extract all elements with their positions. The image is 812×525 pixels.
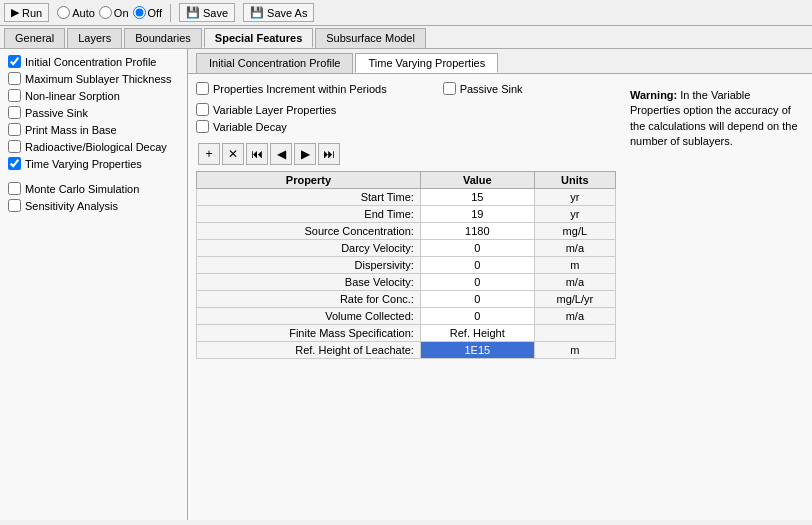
add-icon: + [205, 147, 212, 161]
auto-radio-label[interactable]: Auto [57, 6, 95, 19]
next-button[interactable]: ▶ [294, 143, 316, 165]
sidebar-label-time-varying: Time Varying Properties [25, 158, 142, 170]
table-row[interactable]: Start Time:15yr [197, 189, 616, 206]
checkbox-variable-decay[interactable] [196, 120, 209, 133]
save-label: Save [203, 7, 228, 19]
table-row[interactable]: Rate for Conc.:0mg/L/yr [197, 291, 616, 308]
col-units: Units [534, 172, 615, 189]
save-as-button[interactable]: 💾 Save As [243, 3, 314, 22]
sidebar-checkbox-max-sublayer[interactable] [8, 72, 21, 85]
table-row[interactable]: Ref. Height of Leachate:1E15m [197, 342, 616, 359]
label-variable-layer: Variable Layer Properties [213, 104, 336, 116]
mode-radio-group: Auto On Off [57, 6, 162, 19]
on-radio-label[interactable]: On [99, 6, 129, 19]
sidebar-checkbox-radioactive[interactable] [8, 140, 21, 153]
table-cell-unit: m/a [534, 308, 615, 325]
sidebar-checkbox-passive-sink[interactable] [8, 106, 21, 119]
check-variable-layer[interactable]: Variable Layer Properties [196, 103, 616, 116]
sidebar-label-print-mass: Print Mass in Base [25, 124, 117, 136]
table-cell-property: Rate for Conc.: [197, 291, 421, 308]
off-radio[interactable] [133, 6, 146, 19]
table-cell-value[interactable]: 0 [420, 257, 534, 274]
sidebar-item-passive-sink[interactable]: Passive Sink [0, 104, 187, 121]
tab-general[interactable]: General [4, 28, 65, 48]
table-cell-unit: mg/L [534, 223, 615, 240]
table-cell-value[interactable]: 0 [420, 308, 534, 325]
table-cell-unit: m/a [534, 274, 615, 291]
prev-icon: ◀ [277, 147, 286, 161]
last-icon: ⏭ [323, 147, 335, 161]
table-row[interactable]: Source Concentration:1180mg/L [197, 223, 616, 240]
remove-button[interactable]: ✕ [222, 143, 244, 165]
table-cell-value[interactable]: 19 [420, 206, 534, 223]
tab-layers[interactable]: Layers [67, 28, 122, 48]
check-variable-decay[interactable]: Variable Decay [196, 120, 616, 133]
checkbox-properties-increment[interactable] [196, 82, 209, 95]
table-row[interactable]: End Time:19yr [197, 206, 616, 223]
remove-icon: ✕ [228, 147, 238, 161]
tab-boundaries[interactable]: Boundaries [124, 28, 202, 48]
table-cell-property: Dispersivity: [197, 257, 421, 274]
tab-special-features[interactable]: Special Features [204, 28, 313, 48]
sidebar-checkbox-print-mass[interactable] [8, 123, 21, 136]
checkbox-passive-sink-right[interactable] [443, 82, 456, 95]
data-table: Property Value Units Start Time:15yrEnd … [196, 171, 616, 359]
sidebar-label-passive-sink: Passive Sink [25, 107, 88, 119]
table-cell-unit: m/a [534, 240, 615, 257]
checkbox-variable-layer[interactable] [196, 103, 209, 116]
sidebar-label-nonlinear: Non-linear Sorption [25, 90, 120, 102]
sidebar-item-initial-conc[interactable]: Initial Concentration Profile [0, 53, 187, 70]
sidebar-checkbox-initial-conc[interactable] [8, 55, 21, 68]
sidebar-item-nonlinear[interactable]: Non-linear Sorption [0, 87, 187, 104]
sidebar-item-print-mass[interactable]: Print Mass in Base [0, 121, 187, 138]
table-row[interactable]: Dispersivity:0m [197, 257, 616, 274]
add-button[interactable]: + [198, 143, 220, 165]
table-cell-property: Start Time: [197, 189, 421, 206]
table-row[interactable]: Darcy Velocity:0m/a [197, 240, 616, 257]
table-cell-value[interactable]: 15 [420, 189, 534, 206]
table-row[interactable]: Base Velocity:0m/a [197, 274, 616, 291]
table-cell-unit: m [534, 342, 615, 359]
run-button[interactable]: ▶ Run [4, 3, 49, 22]
table-cell-value[interactable]: 1E15 [420, 342, 534, 359]
col-property: Property [197, 172, 421, 189]
check-properties-increment[interactable]: Properties Increment within Periods [196, 82, 387, 95]
last-button[interactable]: ⏭ [318, 143, 340, 165]
sidebar-item-monte-carlo[interactable]: Monte Carlo Simulation [0, 180, 187, 197]
sidebar-checkbox-monte-carlo[interactable] [8, 182, 21, 195]
warning-prefix: Warning: [630, 89, 677, 101]
sidebar-item-sensitivity[interactable]: Sensitivity Analysis [0, 197, 187, 214]
table-cell-property: Volume Collected: [197, 308, 421, 325]
save-button[interactable]: 💾 Save [179, 3, 235, 22]
sub-tab-time-varying[interactable]: Time Varying Properties [355, 53, 498, 73]
sidebar-checkbox-nonlinear[interactable] [8, 89, 21, 102]
sidebar-checkbox-sensitivity[interactable] [8, 199, 21, 212]
table-cell-value[interactable]: 0 [420, 240, 534, 257]
sidebar-item-max-sublayer[interactable]: Maximum Sublayer Thickness [0, 70, 187, 87]
col-value: Value [420, 172, 534, 189]
table-cell-value[interactable]: 0 [420, 274, 534, 291]
sub-tab-initial-conc[interactable]: Initial Concentration Profile [196, 53, 353, 73]
table-cell-value[interactable]: 0 [420, 291, 534, 308]
first-button[interactable]: ⏮ [246, 143, 268, 165]
sidebar-label-monte-carlo: Monte Carlo Simulation [25, 183, 139, 195]
table-cell-value[interactable]: 1180 [420, 223, 534, 240]
sidebar-checkbox-time-varying[interactable] [8, 157, 21, 170]
main-content: Initial Concentration Profile Maximum Su… [0, 49, 812, 520]
auto-radio[interactable] [57, 6, 70, 19]
table-row[interactable]: Finite Mass Specification:Ref. Height [197, 325, 616, 342]
on-radio[interactable] [99, 6, 112, 19]
tab-subsurface-model[interactable]: Subsurface Model [315, 28, 426, 48]
off-radio-label[interactable]: Off [133, 6, 162, 19]
table-row[interactable]: Volume Collected:0m/a [197, 308, 616, 325]
check-passive-sink[interactable]: Passive Sink [443, 82, 523, 95]
table-cell-value[interactable]: Ref. Height [420, 325, 534, 342]
sub-tabs: Initial Concentration Profile Time Varyi… [188, 49, 812, 74]
table-cell-property: Base Velocity: [197, 274, 421, 291]
sidebar-divider [0, 172, 187, 180]
save-icon: 💾 [186, 6, 200, 19]
sidebar-item-radioactive[interactable]: Radioactive/Biological Decay [0, 138, 187, 155]
prev-button[interactable]: ◀ [270, 143, 292, 165]
sidebar-item-time-varying[interactable]: Time Varying Properties [0, 155, 187, 172]
label-properties-increment: Properties Increment within Periods [213, 83, 387, 95]
